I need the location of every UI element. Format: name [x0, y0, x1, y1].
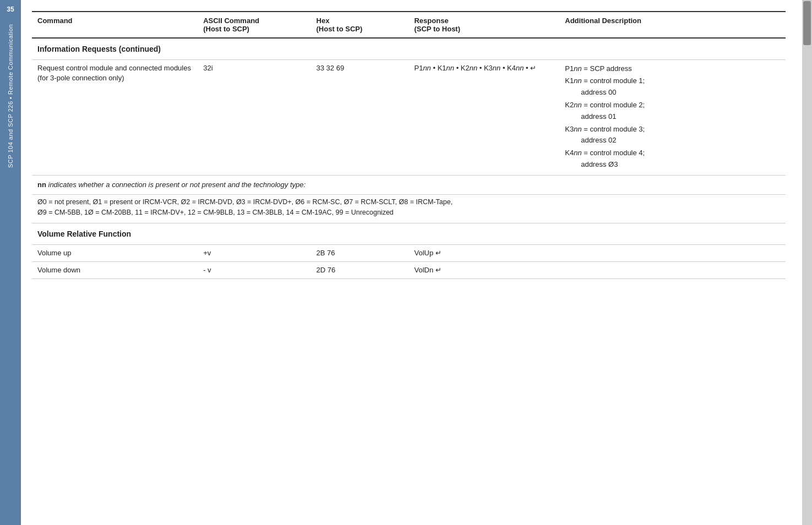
hex-cell: 2B 76: [311, 245, 409, 262]
section-header-volume: Volume Relative Function: [32, 223, 786, 245]
additional-cell: [559, 262, 786, 279]
note-row: nn indicates whether a connection is pre…: [32, 175, 786, 194]
response-cell: VolUp ↵: [408, 245, 559, 262]
ascii-cell: +v: [198, 245, 310, 262]
additional-cell: P1nn = SCP address K1nn = control module…: [559, 59, 786, 175]
table-header-row: Command ASCII Command(Host to SCP) Hex(H…: [32, 12, 786, 38]
ascii-cell: 32i: [198, 59, 310, 175]
command-cell: Request control module and connected mod…: [32, 59, 198, 175]
table-row: Volume up +v 2B 76 VolUp ↵: [32, 245, 786, 262]
response-cell: P1nn • K1nn • K2nn • K3nn • K4nn • ↵: [408, 59, 559, 175]
hex-cell: 33 32 69: [311, 59, 409, 175]
page-number: 35: [7, 6, 14, 13]
section-header-label: Information Requests (continued): [32, 38, 786, 59]
left-sidebar: 35 SCP 104 and SCP 226 • Remote Communic…: [0, 0, 21, 525]
header-additional: Additional Description: [559, 12, 786, 38]
sidebar-label: SCP 104 and SCP 226 • Remote Communicati…: [7, 24, 14, 168]
scrollbar-track: [802, 1, 812, 525]
section-header-info-requests: Information Requests (continued): [32, 38, 786, 59]
header-hex: Hex(Host to SCP): [311, 12, 409, 38]
command-cell: Volume down: [32, 262, 198, 279]
command-cell: Volume up: [32, 245, 198, 262]
note-bold-text: nn: [37, 181, 46, 189]
codes-cell: Ø0 = not present, Ø1 = present or IRCM-V…: [32, 194, 786, 223]
response-cell: VolDn ↵: [408, 262, 559, 279]
additional-cell: [559, 245, 786, 262]
table-row: Request control module and connected mod…: [32, 59, 786, 175]
codes-row: Ø0 = not present, Ø1 = present or IRCM-V…: [32, 194, 786, 223]
main-content: Command ASCII Command(Host to SCP) Hex(H…: [21, 0, 802, 525]
note-cell: nn indicates whether a connection is pre…: [32, 175, 786, 194]
header-response: Response(SCP to Host): [408, 12, 559, 38]
table-row: Volume down - v 2D 76 VolDn ↵: [32, 262, 786, 279]
main-table: Command ASCII Command(Host to SCP) Hex(H…: [32, 11, 786, 279]
header-ascii: ASCII Command(Host to SCP): [198, 12, 310, 38]
section-header-volume-label: Volume Relative Function: [32, 223, 786, 245]
right-scrollbar[interactable]: [802, 0, 812, 525]
header-command: Command: [32, 12, 198, 38]
scrollbar-thumb[interactable]: [803, 1, 811, 45]
hex-cell: 2D 76: [311, 262, 409, 279]
ascii-cell: - v: [198, 262, 310, 279]
